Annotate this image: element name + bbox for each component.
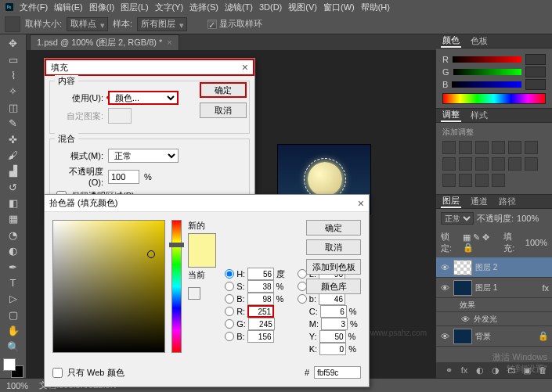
adj-btn[interactable]	[525, 157, 538, 171]
g-input[interactable]	[525, 67, 546, 77]
b2-input[interactable]	[247, 330, 274, 343]
adj-btn[interactable]	[525, 141, 538, 154]
s-input[interactable]	[247, 280, 274, 293]
fill-value[interactable]: 100%	[525, 238, 547, 247]
b-input[interactable]	[525, 79, 546, 90]
h-input[interactable]	[247, 268, 274, 280]
lock-icons[interactable]: ▦ ✎ ✥ 🔒	[463, 232, 500, 253]
heal-tool[interactable]: ✜	[4, 131, 23, 146]
adj-btn[interactable]	[459, 157, 472, 171]
adj-btn[interactable]	[459, 174, 472, 187]
trash-icon[interactable]: 🗑	[536, 364, 549, 376]
zoom-tool[interactable]: 🔍	[4, 339, 23, 354]
opacity-value[interactable]: 100%	[517, 214, 539, 223]
r-radio[interactable]	[225, 307, 234, 316]
fx-badge[interactable]: fx	[542, 283, 549, 293]
new-layer-icon[interactable]: ▣	[521, 364, 533, 376]
adj-btn[interactable]	[492, 141, 505, 154]
sample-size-select[interactable]: 取样点▾	[67, 17, 108, 31]
warn-icon[interactable]	[188, 287, 200, 300]
adj-btn[interactable]	[492, 157, 505, 171]
menu-layer[interactable]: 图层(L)	[118, 2, 150, 13]
eye-icon[interactable]: 👁	[460, 314, 471, 325]
layer-row[interactable]: 👁图层 1fx	[436, 278, 552, 298]
adj-btn[interactable]	[442, 174, 456, 187]
m-input[interactable]	[321, 318, 348, 330]
dodge-tool[interactable]: ◐	[4, 243, 23, 258]
layer-name[interactable]: 图层 1	[475, 282, 539, 293]
h-radio[interactable]	[225, 269, 234, 279]
adj-btn[interactable]	[459, 141, 472, 154]
fx-icon[interactable]: fx	[458, 364, 471, 376]
add-swatch-button[interactable]: 添加到色板	[306, 259, 361, 275]
close-icon[interactable]: ×	[242, 61, 248, 74]
menu-filter[interactable]: 滤镜(T)	[222, 2, 255, 13]
g-slider[interactable]	[453, 69, 521, 75]
link-icon[interactable]: ⚭	[442, 364, 455, 376]
eye-icon[interactable]: 👁	[439, 331, 450, 342]
menu-window[interactable]: 窗口(W)	[321, 2, 357, 13]
spectrum-bar[interactable]	[442, 93, 546, 104]
eyedropper-icon[interactable]	[5, 16, 20, 32]
hex-input[interactable]	[314, 366, 361, 379]
pen-tool[interactable]: ✒	[4, 259, 23, 274]
blend-mode-select[interactable]: 正常	[441, 212, 474, 225]
zoom-value[interactable]: 100%	[6, 381, 28, 390]
layer-row[interactable]: 👁图层 2	[436, 257, 552, 278]
fill-titlebar[interactable]: 填充×	[45, 59, 254, 76]
lasso-tool[interactable]: ⌇	[4, 68, 23, 83]
tab-layers[interactable]: 图层	[441, 195, 461, 208]
hue-slider[interactable]	[171, 220, 182, 353]
r-input[interactable]	[247, 305, 274, 318]
document-tab[interactable]: 1.psd @ 100% (图层 2, RGB/8) *×	[30, 34, 179, 50]
tab-paths[interactable]: 路径	[497, 196, 518, 207]
picker-titlebar[interactable]: 拾色器 (填充颜色)×	[45, 195, 369, 212]
move-tool[interactable]: ✥	[4, 36, 23, 51]
ok-button[interactable]: 确定	[306, 220, 361, 236]
mode-select[interactable]: 正常	[108, 149, 179, 163]
menu-type[interactable]: 文字(Y)	[153, 2, 186, 13]
layer-effect-row[interactable]: 效果	[436, 298, 552, 312]
adj-btn[interactable]	[442, 157, 456, 171]
adj-btn[interactable]	[475, 141, 489, 154]
adj-btn[interactable]	[442, 141, 456, 154]
path-tool[interactable]: ▷	[4, 291, 23, 306]
menu-edit[interactable]: 编辑(E)	[52, 2, 85, 13]
tab-adjust[interactable]: 调整	[441, 109, 461, 122]
r-slider[interactable]	[453, 56, 521, 63]
stamp-tool[interactable]: ▟	[4, 164, 23, 178]
menu-file[interactable]: 文件(F)	[17, 2, 50, 13]
folder-icon[interactable]: 🗀	[505, 364, 518, 376]
color-swatch[interactable]	[3, 358, 23, 378]
g-input[interactable]	[248, 318, 275, 330]
cancel-button[interactable]: 取消	[306, 239, 361, 255]
marquee-tool[interactable]: ▭	[4, 52, 23, 67]
b-radio[interactable]	[225, 294, 234, 304]
blur-tool[interactable]: ◔	[4, 228, 23, 243]
menu-image[interactable]: 图像(I)	[87, 2, 117, 13]
gradient-tool[interactable]: ▦	[4, 211, 23, 226]
color-field[interactable]	[52, 220, 165, 353]
k-input[interactable]	[319, 343, 346, 355]
crop-tool[interactable]: ◫	[4, 100, 23, 115]
g-radio[interactable]	[225, 319, 234, 329]
sample-select[interactable]: 所有图层▾	[137, 17, 187, 31]
b-slider[interactable]	[452, 81, 521, 88]
brush-tool[interactable]: 🖌	[4, 148, 23, 163]
wand-tool[interactable]: ✧	[4, 84, 23, 99]
layer-name[interactable]: 背景	[475, 331, 535, 342]
r-input[interactable]	[525, 54, 546, 65]
opacity-input[interactable]	[108, 170, 139, 184]
shape-tool[interactable]: ▢	[4, 307, 23, 322]
use-select[interactable]: 颜色...	[108, 91, 179, 105]
y-input[interactable]	[319, 330, 346, 343]
eraser-tool[interactable]: ◧	[4, 196, 23, 210]
adj-btn[interactable]	[508, 141, 521, 154]
layer-effect-row[interactable]: 👁外发光	[436, 312, 552, 326]
layer-row[interactable]: 👁背景🔒	[436, 326, 552, 347]
show-ring-checkbox[interactable]: ✓	[207, 20, 217, 29]
adj-btn[interactable]	[508, 157, 521, 171]
eyedropper-tool[interactable]: ✎	[4, 116, 23, 131]
menu-help[interactable]: 帮助(H)	[359, 2, 392, 13]
tab-swatches[interactable]: 色板	[469, 35, 489, 47]
